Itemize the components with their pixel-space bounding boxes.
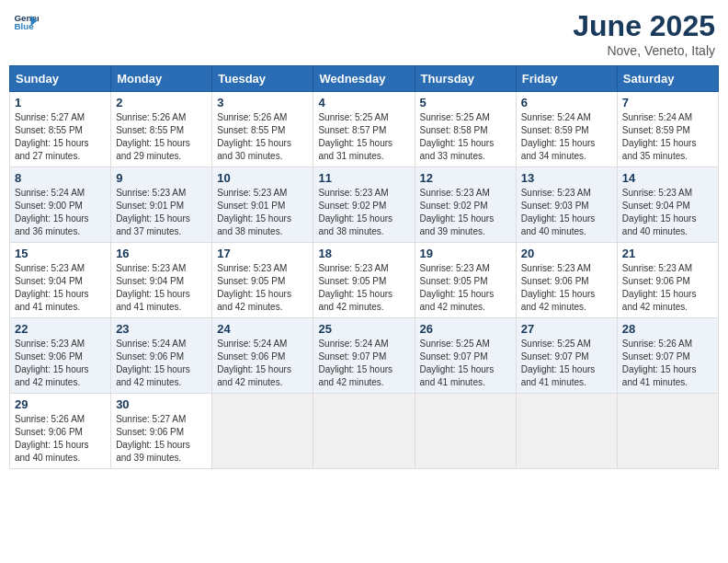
- calendar-cell: [212, 394, 313, 469]
- day-number: 30: [116, 397, 207, 411]
- day-info: Sunrise: 5:23 AMSunset: 9:05 PMDaylight:…: [318, 262, 409, 314]
- calendar-cell: 22Sunrise: 5:23 AMSunset: 9:06 PMDayligh…: [10, 318, 111, 394]
- day-info: Sunrise: 5:23 AMSunset: 9:06 PMDaylight:…: [521, 262, 612, 314]
- calendar-cell: 3Sunrise: 5:26 AMSunset: 8:55 PMDaylight…: [212, 92, 313, 167]
- calendar-cell: 7Sunrise: 5:24 AMSunset: 8:59 PMDaylight…: [617, 92, 718, 167]
- day-info: Sunrise: 5:23 AMSunset: 9:04 PMDaylight:…: [116, 262, 207, 314]
- header-saturday: Saturday: [617, 66, 718, 92]
- day-number: 10: [217, 171, 308, 185]
- day-number: 23: [116, 322, 207, 336]
- calendar-week-2: 8Sunrise: 5:24 AMSunset: 9:00 PMDaylight…: [10, 167, 719, 243]
- day-number: 24: [217, 322, 308, 336]
- day-info: Sunrise: 5:23 AMSunset: 9:06 PMDaylight:…: [622, 262, 713, 314]
- header-friday: Friday: [516, 66, 617, 92]
- day-info: Sunrise: 5:26 AMSunset: 8:55 PMDaylight:…: [116, 111, 207, 163]
- calendar-cell: 14Sunrise: 5:23 AMSunset: 9:04 PMDayligh…: [617, 167, 718, 243]
- calendar-header-row: SundayMondayTuesdayWednesdayThursdayFrid…: [10, 66, 719, 92]
- calendar-cell: [415, 394, 516, 469]
- calendar-cell: 26Sunrise: 5:25 AMSunset: 9:07 PMDayligh…: [415, 318, 516, 394]
- day-number: 12: [420, 171, 511, 185]
- day-number: 9: [116, 171, 207, 185]
- day-info: Sunrise: 5:24 AMSunset: 9:07 PMDaylight:…: [318, 338, 409, 389]
- header-tuesday: Tuesday: [212, 66, 313, 92]
- day-info: Sunrise: 5:23 AMSunset: 9:03 PMDaylight:…: [521, 187, 612, 238]
- logo: General Blue: [13, 9, 39, 35]
- calendar-cell: 25Sunrise: 5:24 AMSunset: 9:07 PMDayligh…: [313, 318, 415, 394]
- day-number: 2: [116, 96, 207, 109]
- calendar-cell: 6Sunrise: 5:24 AMSunset: 8:59 PMDaylight…: [516, 92, 617, 167]
- header-monday: Monday: [111, 66, 212, 92]
- day-number: 14: [622, 171, 713, 185]
- day-number: 7: [622, 96, 713, 109]
- day-number: 13: [521, 171, 612, 185]
- calendar-cell: [516, 394, 617, 469]
- calendar-cell: 30Sunrise: 5:27 AMSunset: 9:06 PMDayligh…: [111, 394, 212, 469]
- calendar-week-5: 29Sunrise: 5:26 AMSunset: 9:06 PMDayligh…: [10, 394, 719, 469]
- calendar-week-1: 1Sunrise: 5:27 AMSunset: 8:55 PMDaylight…: [10, 92, 719, 167]
- day-info: Sunrise: 5:23 AMSunset: 9:05 PMDaylight:…: [420, 262, 511, 314]
- title-area: June 2025 Nove, Veneto, Italy: [573, 9, 715, 58]
- day-info: Sunrise: 5:25 AMSunset: 8:57 PMDaylight:…: [318, 111, 409, 163]
- day-info: Sunrise: 5:23 AMSunset: 9:05 PMDaylight:…: [217, 262, 308, 314]
- day-info: Sunrise: 5:26 AMSunset: 9:06 PMDaylight:…: [15, 413, 106, 465]
- day-info: Sunrise: 5:24 AMSunset: 9:06 PMDaylight:…: [217, 338, 308, 389]
- day-number: 26: [420, 322, 511, 336]
- calendar-cell: 29Sunrise: 5:26 AMSunset: 9:06 PMDayligh…: [10, 394, 111, 469]
- header-sunday: Sunday: [10, 66, 111, 92]
- calendar-cell: 1Sunrise: 5:27 AMSunset: 8:55 PMDaylight…: [10, 92, 111, 167]
- day-info: Sunrise: 5:26 AMSunset: 9:07 PMDaylight:…: [622, 338, 713, 389]
- day-number: 20: [521, 247, 612, 260]
- day-number: 29: [15, 397, 106, 411]
- calendar-cell: 23Sunrise: 5:24 AMSunset: 9:06 PMDayligh…: [111, 318, 212, 394]
- day-number: 19: [420, 247, 511, 260]
- calendar-cell: 11Sunrise: 5:23 AMSunset: 9:02 PMDayligh…: [313, 167, 415, 243]
- day-info: Sunrise: 5:25 AMSunset: 9:07 PMDaylight:…: [521, 338, 612, 389]
- day-info: Sunrise: 5:25 AMSunset: 9:07 PMDaylight:…: [420, 338, 511, 389]
- calendar-cell: 19Sunrise: 5:23 AMSunset: 9:05 PMDayligh…: [415, 243, 516, 318]
- logo-icon: General Blue: [13, 9, 39, 35]
- calendar-cell: 16Sunrise: 5:23 AMSunset: 9:04 PMDayligh…: [111, 243, 212, 318]
- day-info: Sunrise: 5:25 AMSunset: 8:58 PMDaylight:…: [420, 111, 511, 163]
- header: General Blue June 2025 Nove, Veneto, Ita…: [9, 9, 719, 58]
- day-info: Sunrise: 5:24 AMSunset: 9:00 PMDaylight:…: [15, 187, 106, 238]
- calendar-cell: 15Sunrise: 5:23 AMSunset: 9:04 PMDayligh…: [10, 243, 111, 318]
- day-info: Sunrise: 5:23 AMSunset: 9:02 PMDaylight:…: [318, 187, 409, 238]
- header-wednesday: Wednesday: [313, 66, 415, 92]
- calendar-cell: 20Sunrise: 5:23 AMSunset: 9:06 PMDayligh…: [516, 243, 617, 318]
- calendar-cell: 28Sunrise: 5:26 AMSunset: 9:07 PMDayligh…: [617, 318, 718, 394]
- day-number: 27: [521, 322, 612, 336]
- day-number: 5: [420, 96, 511, 109]
- day-number: 15: [15, 247, 106, 260]
- day-number: 1: [15, 96, 106, 109]
- day-info: Sunrise: 5:23 AMSunset: 9:04 PMDaylight:…: [622, 187, 713, 238]
- day-number: 11: [318, 171, 409, 185]
- day-number: 21: [622, 247, 713, 260]
- calendar-cell: 27Sunrise: 5:25 AMSunset: 9:07 PMDayligh…: [516, 318, 617, 394]
- location-title: Nove, Veneto, Italy: [573, 43, 715, 58]
- header-thursday: Thursday: [415, 66, 516, 92]
- day-info: Sunrise: 5:23 AMSunset: 9:04 PMDaylight:…: [15, 262, 106, 314]
- day-number: 3: [217, 96, 308, 109]
- calendar-cell: 4Sunrise: 5:25 AMSunset: 8:57 PMDaylight…: [313, 92, 415, 167]
- day-info: Sunrise: 5:23 AMSunset: 9:01 PMDaylight:…: [116, 187, 207, 238]
- day-number: 28: [622, 322, 713, 336]
- day-number: 4: [318, 96, 409, 109]
- day-info: Sunrise: 5:23 AMSunset: 9:01 PMDaylight:…: [217, 187, 308, 238]
- calendar-cell: 18Sunrise: 5:23 AMSunset: 9:05 PMDayligh…: [313, 243, 415, 318]
- day-info: Sunrise: 5:24 AMSunset: 8:59 PMDaylight:…: [622, 111, 713, 163]
- day-number: 17: [217, 247, 308, 260]
- day-number: 18: [318, 247, 409, 260]
- day-info: Sunrise: 5:23 AMSunset: 9:02 PMDaylight:…: [420, 187, 511, 238]
- calendar-week-4: 22Sunrise: 5:23 AMSunset: 9:06 PMDayligh…: [10, 318, 719, 394]
- day-number: 22: [15, 322, 106, 336]
- calendar-cell: 9Sunrise: 5:23 AMSunset: 9:01 PMDaylight…: [111, 167, 212, 243]
- day-number: 16: [116, 247, 207, 260]
- calendar-cell: 24Sunrise: 5:24 AMSunset: 9:06 PMDayligh…: [212, 318, 313, 394]
- calendar-cell: 21Sunrise: 5:23 AMSunset: 9:06 PMDayligh…: [617, 243, 718, 318]
- day-number: 6: [521, 96, 612, 109]
- day-info: Sunrise: 5:26 AMSunset: 8:55 PMDaylight:…: [217, 111, 308, 163]
- calendar-cell: 8Sunrise: 5:24 AMSunset: 9:00 PMDaylight…: [10, 167, 111, 243]
- calendar-cell: 17Sunrise: 5:23 AMSunset: 9:05 PMDayligh…: [212, 243, 313, 318]
- day-info: Sunrise: 5:24 AMSunset: 9:06 PMDaylight:…: [116, 338, 207, 389]
- calendar-cell: 13Sunrise: 5:23 AMSunset: 9:03 PMDayligh…: [516, 167, 617, 243]
